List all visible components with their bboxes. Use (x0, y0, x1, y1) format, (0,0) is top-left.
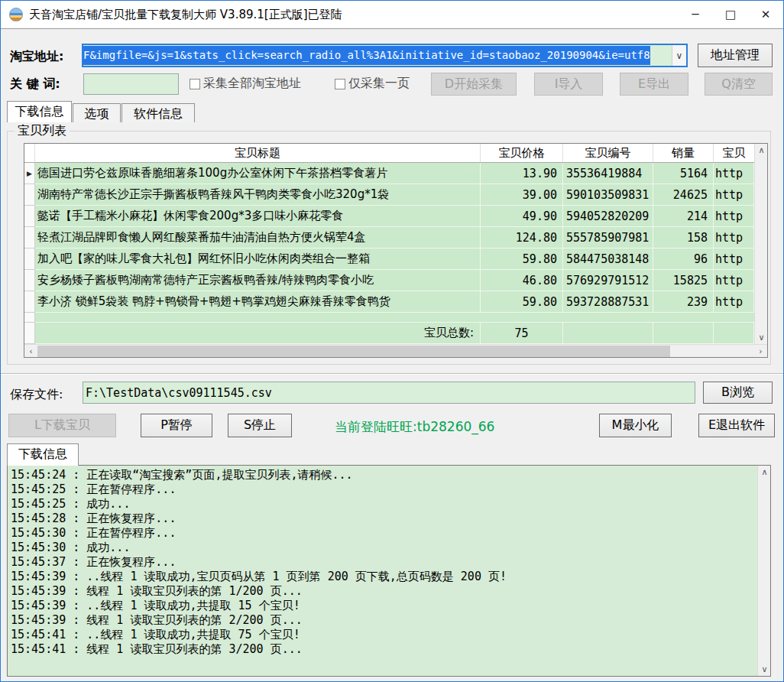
maximize-button[interactable]: □ (713, 1, 748, 28)
product-list-group-title: 宝贝列表 (15, 123, 70, 139)
header-price[interactable]: 宝贝价格 (481, 144, 563, 162)
header-selector (24, 144, 35, 162)
cell-id: 593728887531 (563, 291, 653, 313)
table-total-row: 宝贝总数: 75 (24, 323, 767, 344)
header-url[interactable]: 宝贝 (714, 144, 754, 162)
keyword-input[interactable] (83, 73, 179, 95)
table-row[interactable]: 懿诺【手工糯米小麻花】休闲零食200g*3多口味小麻花零食 49.90 5940… (24, 206, 767, 227)
log-line: 15:45:24 : 正在读取“淘宝搜索”页面,提取宝贝列表,请稍候... (11, 468, 767, 482)
table-vertical-scrollbar[interactable]: ∧ ∨ (754, 144, 767, 344)
cell-sales: 15825 (653, 270, 714, 291)
cell-sales: 5164 (653, 163, 714, 184)
caption-buttons: ─ □ ✕ (678, 1, 783, 28)
table-row[interactable]: 湖南特产常德长沙正宗手撕酱板鸭香辣风干鸭肉类零食小吃320g*1袋 39.00 … (24, 184, 767, 206)
header-id[interactable]: 宝贝编号 (563, 144, 653, 162)
address-manage-button[interactable]: 地址管理 (698, 44, 773, 67)
table-row[interactable]: 轻煮江湖品牌即食懒人网红酸菜番茄牛油清油自热方便火锅荤4盒 124.80 555… (24, 227, 767, 248)
row-selector (24, 184, 35, 206)
cell-price: 49.90 (481, 206, 563, 227)
tab-options[interactable]: 选项 (73, 103, 121, 122)
header-title[interactable]: 宝贝标题 (35, 144, 481, 162)
taobao-address-selected-text: F&imgfile=&js=1&stats_click=search_radio… (83, 45, 672, 66)
window-title: 天音淘宝店铺/宝贝批量下载复制大师 V3.89.1[正式版]已登陆 (29, 8, 342, 22)
cell-sales: 24625 (653, 184, 714, 206)
export-button[interactable]: E导出 (620, 73, 688, 96)
scrollbar-thumb[interactable] (37, 346, 670, 357)
cell-title: 李小济 锁鲜5袋装 鸭脖+鸭锁骨+鸭翅+鸭掌鸡翅尖麻辣香辣零食鸭货 (35, 291, 481, 313)
pause-button[interactable]: P暂停 (141, 414, 212, 437)
scroll-right-icon[interactable]: › (754, 345, 767, 358)
scroll-down-icon[interactable]: ∨ (758, 663, 771, 676)
cell-title: 轻煮江湖品牌即食懒人网红酸菜番茄牛油清油自热方便火锅荤4盒 (35, 227, 481, 248)
total-count-label: 宝贝总数: (35, 323, 481, 344)
import-button[interactable]: I导入 (534, 73, 603, 96)
app-window: 天音淘宝店铺/宝贝批量下载复制大师 V3.89.1[正式版]已登陆 ─ □ ✕ … (0, 0, 784, 682)
cell-title: 加入吧【家的味儿零食大礼包】网红怀旧小吃休闲肉类组合一整箱 (35, 248, 481, 270)
cell-title: 懿诺【手工糯米小麻花】休闲零食200g*3多口味小麻花零食 (35, 206, 481, 227)
cell-url: http (714, 248, 754, 270)
scroll-up-icon[interactable]: ∧ (755, 144, 768, 157)
close-button[interactable]: ✕ (748, 1, 783, 28)
table-row[interactable]: 安乡杨矮子酱板鸭湖南常德特产正宗酱板鸭香辣/特辣鸭肉零食小吃 46.80 576… (24, 270, 767, 291)
scroll-up-icon[interactable]: ∧ (758, 466, 771, 479)
cell-title: 德国进口劳仑兹原味香脆细薯条100g办公室休闲下午茶搭档零食薯片 (35, 163, 481, 184)
cell-price: 59.80 (481, 248, 563, 270)
cell-sales: 239 (653, 291, 714, 313)
section-divider (1, 373, 783, 375)
cell-sales: 96 (653, 248, 714, 270)
cell-sales: 214 (653, 206, 714, 227)
row-selector: ▶ (24, 163, 35, 184)
log-line: 15:45:25 : 成功... (11, 497, 767, 512)
cell-id: 35536419884 (563, 163, 653, 184)
table-row[interactable]: 李小济 锁鲜5袋装 鸭脖+鸭锁骨+鸭翅+鸭掌鸡翅尖麻辣香辣零食鸭货 59.80 … (24, 291, 767, 313)
chevron-down-icon[interactable]: ∨ (672, 45, 686, 66)
clear-button[interactable]: Q清空 (705, 73, 773, 96)
cell-id: 594052820209 (563, 206, 653, 227)
cell-url: http (714, 270, 754, 291)
table-row[interactable]: ▶ 德国进口劳仑兹原味香脆细薯条100g办公室休闲下午茶搭档零食薯片 13.90… (24, 163, 767, 184)
cell-sales: 158 (653, 227, 714, 248)
scroll-down-icon[interactable]: ∨ (755, 331, 768, 344)
cell-url: http (714, 206, 754, 227)
cell-url: http (714, 227, 754, 248)
cell-id: 555785907981 (563, 227, 653, 248)
save-file-label: 保存文件: (10, 387, 63, 403)
log-line: 15:45:39 : 线程 1 读取宝贝列表的第 2/200 页... (11, 613, 767, 628)
download-items-button[interactable]: L下载宝贝 (8, 414, 116, 437)
taobao-address-label: 淘宝地址: (10, 49, 63, 65)
browse-button[interactable]: B浏览 (703, 382, 773, 404)
table-row[interactable]: 加入吧【家的味儿零食大礼包】网红怀旧小吃休闲肉类组合一整箱 59.80 5844… (24, 248, 767, 270)
taobao-address-combobox[interactable]: F&imgfile=&js=1&stats_click=search_radio… (82, 44, 688, 67)
table-horizontal-scrollbar[interactable]: ‹ › (24, 344, 767, 357)
scroll-left-icon[interactable]: ‹ (24, 345, 37, 358)
cell-title: 湖南特产常德长沙正宗手撕酱板鸭香辣风干鸭肉类零食小吃320g*1袋 (35, 184, 481, 206)
start-collect-button[interactable]: D开始采集 (431, 73, 517, 96)
checkbox-icon (335, 79, 345, 89)
tab-download-info[interactable]: 下载信息 (7, 101, 72, 122)
cell-id: 576929791512 (563, 270, 653, 291)
header-sales[interactable]: 销量 (653, 144, 714, 162)
minimize-button[interactable]: ─ (678, 1, 713, 28)
tab-download-log[interactable]: 下载信息 (7, 443, 79, 466)
log-line: 15:45:37 : 正在恢复程序... (11, 555, 767, 570)
cell-url: http (714, 163, 754, 184)
one-page-checkbox[interactable]: 仅采集一页 (335, 76, 410, 92)
checkbox-icon (190, 79, 200, 89)
stop-button[interactable]: S停止 (228, 414, 292, 437)
cell-title: 安乡杨矮子酱板鸭湖南常德特产正宗酱板鸭香辣/特辣鸭肉零食小吃 (35, 270, 481, 291)
row-selector (24, 291, 35, 313)
tab-software-info[interactable]: 软件信息 (121, 103, 195, 122)
log-line: 15:45:41 : ..线程 1 读取成功,共提取 75 个宝贝! (11, 628, 767, 642)
collect-all-checkbox[interactable]: 采集全部淘宝地址 (190, 76, 301, 92)
cell-price: 13.90 (481, 163, 563, 184)
log-line: 15:45:30 : 正在暂停程序... (11, 526, 767, 541)
row-selector (24, 227, 35, 248)
log-line: 15:45:25 : 正在暂停程序... (11, 482, 767, 497)
log-line: 15:45:39 : ..线程 1 读取成功,宝贝页码从第 1 页到第 200 … (11, 570, 767, 584)
minimize-app-button[interactable]: M最小化 (599, 414, 672, 437)
log-vertical-scrollbar[interactable]: ∧ ∨ (757, 466, 770, 676)
save-file-input[interactable] (83, 382, 695, 404)
exit-button[interactable]: E退出软件 (698, 414, 775, 437)
download-log-area[interactable]: 15:45:24 : 正在读取“淘宝搜索”页面,提取宝贝列表,请稍候... 15… (7, 465, 771, 677)
table-filler-row (24, 313, 767, 323)
